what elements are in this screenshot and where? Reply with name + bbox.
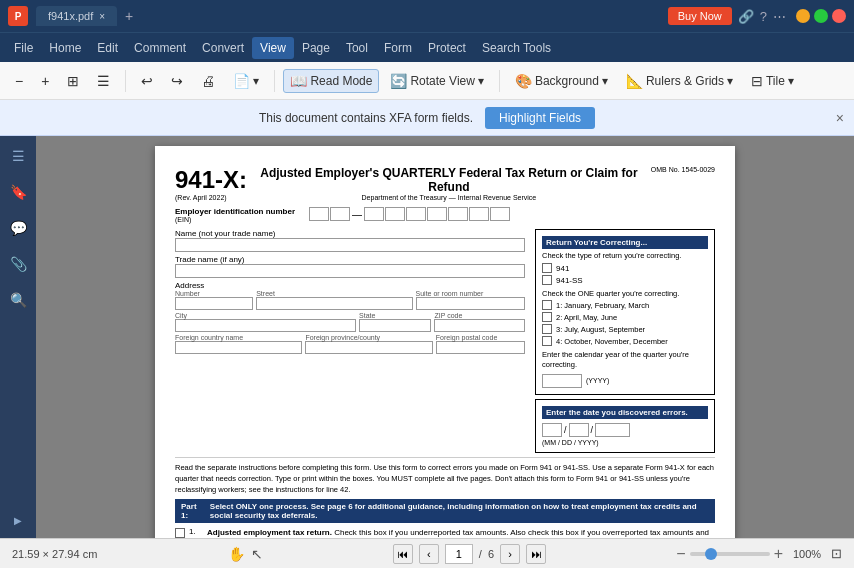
toolbar-redo[interactable]: ↪ — [164, 69, 190, 93]
zoom-out-btn[interactable]: − — [676, 545, 685, 563]
menu-tool[interactable]: Tool — [338, 37, 376, 59]
toolbar-rulers[interactable]: 📐 Rulers & Grids ▾ — [619, 69, 740, 93]
addr-zip-input[interactable] — [434, 319, 525, 332]
notification-close[interactable]: × — [836, 110, 844, 126]
prev-page-button[interactable]: ‹ — [419, 544, 439, 564]
toolbar-zoom-in[interactable]: + — [34, 69, 56, 93]
page-number-input[interactable] — [445, 544, 473, 564]
sidebar-attachment[interactable]: 📎 — [4, 250, 32, 278]
buy-now-button[interactable]: Buy Now — [668, 7, 732, 25]
check-941-box[interactable] — [542, 263, 552, 273]
file-tab[interactable]: f941x.pdf × — [36, 6, 117, 26]
toolbar-read-mode[interactable]: 📖 Read Mode — [283, 69, 379, 93]
ein-box-8[interactable] — [469, 207, 489, 221]
pointer-tool-icon[interactable]: ↖ — [251, 546, 263, 562]
close-button[interactable]: × — [832, 9, 846, 23]
zoom-in-btn[interactable]: + — [774, 545, 783, 563]
addr-city-input[interactable] — [175, 319, 356, 332]
check-941ss-box[interactable] — [542, 275, 552, 285]
menu-edit[interactable]: Edit — [89, 37, 126, 59]
ein-box-7[interactable] — [448, 207, 468, 221]
addr-province-label: Foreign province/county — [305, 334, 432, 341]
close-tab-button[interactable]: × — [99, 11, 105, 22]
year-input[interactable] — [542, 374, 582, 388]
ein-box-4[interactable] — [385, 207, 405, 221]
name-input[interactable] — [175, 238, 525, 252]
sidebar-bookmark[interactable]: 🔖 — [4, 178, 32, 206]
minimize-button[interactable]: − — [796, 9, 810, 23]
q2-box[interactable] — [542, 312, 552, 322]
fit-page-icon[interactable]: ⊡ — [831, 546, 842, 561]
help-icon[interactable]: ? — [760, 9, 767, 24]
addr-postal-input[interactable] — [436, 341, 525, 354]
pdf-viewer[interactable]: 941-X: (Rev. April 2022) Adjusted Employ… — [36, 136, 854, 538]
toolbar-background[interactable]: 🎨 Background ▾ — [508, 69, 615, 93]
addr-num-input[interactable] — [175, 297, 253, 310]
toolbar-rotate[interactable]: 🔄 Rotate View ▾ — [383, 69, 490, 93]
q4-box[interactable] — [542, 336, 552, 346]
menu-convert[interactable]: Convert — [194, 37, 252, 59]
ein-box-2[interactable] — [330, 207, 350, 221]
hand-tool-icon[interactable]: ✋ — [228, 546, 245, 562]
menu-search-tools[interactable]: Search Tools — [474, 37, 559, 59]
sidebar-search[interactable]: 🔍 — [4, 286, 32, 314]
menu-home[interactable]: Home — [41, 37, 89, 59]
toolbar-undo[interactable]: ↩ — [134, 69, 160, 93]
read-mode-label: Read Mode — [310, 74, 372, 88]
ein-label: Employer identification number — [175, 207, 295, 216]
form-number-area: 941-X: (Rev. April 2022) — [175, 166, 247, 201]
toolbar-print[interactable]: 🖨 — [194, 69, 222, 93]
menu-form[interactable]: Form — [376, 37, 420, 59]
page-dropdown-icon: ▾ — [253, 74, 259, 88]
bg-dropdown-icon: ▾ — [602, 74, 608, 88]
menu-file[interactable]: File — [6, 37, 41, 59]
toolbar-hand[interactable]: ☰ — [90, 69, 117, 93]
share-icon[interactable]: 🔗 — [738, 9, 754, 24]
date-mm[interactable] — [542, 423, 562, 437]
ein-row: Employer identification number (EIN) — — [175, 207, 715, 225]
first-page-button[interactable]: ⏮ — [393, 544, 413, 564]
highlight-fields-button[interactable]: Highlight Fields — [485, 107, 595, 129]
sidebar-comment[interactable]: 💬 — [4, 214, 32, 242]
date-dd[interactable] — [569, 423, 589, 437]
ein-box-9[interactable] — [490, 207, 510, 221]
last-page-button[interactable]: ⏭ — [526, 544, 546, 564]
addr-country-input[interactable] — [175, 341, 302, 354]
add-tab-button[interactable]: + — [117, 4, 141, 28]
toolbar-page-options[interactable]: 📄 ▾ — [226, 69, 266, 93]
addr-state-input[interactable] — [359, 319, 431, 332]
item1-checkbox[interactable] — [175, 528, 185, 538]
q1-box[interactable] — [542, 300, 552, 310]
next-page-button[interactable]: › — [500, 544, 520, 564]
addr-country-label: Foreign country name — [175, 334, 302, 341]
more-icon[interactable]: ⋯ — [773, 9, 786, 24]
trade-input[interactable] — [175, 264, 525, 278]
menu-page[interactable]: Page — [294, 37, 338, 59]
check-941ss-label: 941-SS — [556, 276, 583, 285]
menu-comment[interactable]: Comment — [126, 37, 194, 59]
sidebar-expand[interactable]: ☰ — [4, 142, 32, 170]
menu-protect[interactable]: Protect — [420, 37, 474, 59]
addr-suite-input[interactable] — [416, 297, 525, 310]
maximize-button[interactable]: □ — [814, 9, 828, 23]
date-format: (MM / DD / YYYY) — [542, 439, 708, 446]
zoom-slider[interactable] — [690, 552, 770, 556]
addr-suite-label: Suite or room number — [416, 290, 525, 297]
q3-box[interactable] — [542, 324, 552, 334]
ein-box-5[interactable] — [406, 207, 426, 221]
window-controls: − □ × — [796, 9, 846, 23]
ein-box-3[interactable] — [364, 207, 384, 221]
toolbar-page-view[interactable]: ⊞ — [60, 69, 86, 93]
sidebar-collapse[interactable]: ▶ — [0, 509, 36, 532]
addr-province-input[interactable] — [305, 341, 432, 354]
toolbar-zoom-out[interactable]: − — [8, 69, 30, 93]
page-navigation: ⏮ ‹ / 6 › ⏭ — [393, 544, 546, 564]
date-yyyy[interactable] — [595, 423, 630, 437]
ein-box-1[interactable] — [309, 207, 329, 221]
menu-view[interactable]: View — [252, 37, 294, 59]
q3-label: 3: July, August, September — [556, 325, 645, 334]
toolbar-tile[interactable]: ⊟ Tile ▾ — [744, 69, 801, 93]
addr-street-input[interactable] — [256, 297, 412, 310]
ein-box-6[interactable] — [427, 207, 447, 221]
toolbar: − + ⊞ ☰ ↩ ↪ 🖨 📄 ▾ 📖 Read Mode 🔄 Rotate V… — [0, 62, 854, 100]
